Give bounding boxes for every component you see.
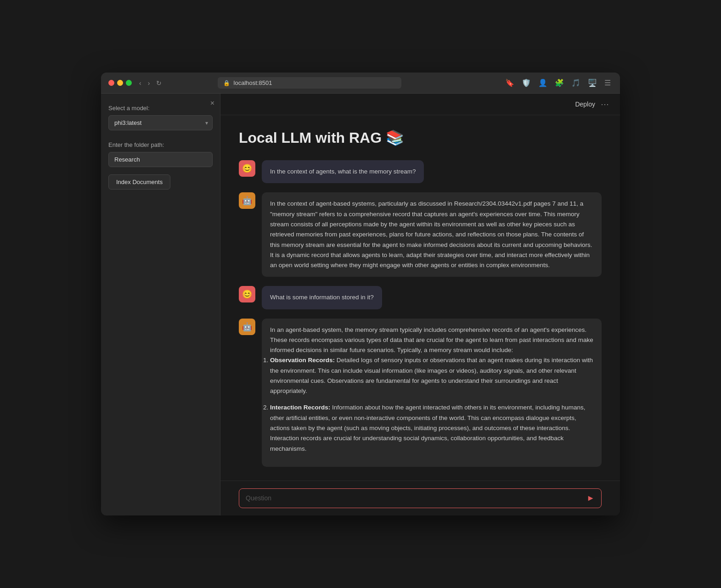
forward-button[interactable]: › — [146, 78, 152, 88]
index-documents-button[interactable]: Index Documents — [108, 174, 170, 190]
folder-path-input[interactable] — [108, 152, 213, 167]
browser-window: ‹ › ↻ 🔒 localhost:8501 🔖 🛡️ 👤 🧩 🎵 🖥️ ☰ ×… — [101, 73, 620, 515]
message-row: 😊 What is some information stored in it? — [239, 286, 602, 309]
user-avatar-icon: 😊 — [242, 163, 252, 174]
send-icon: ► — [586, 493, 595, 503]
message-bubble: In the context of agents, what is the me… — [262, 160, 424, 183]
music-icon[interactable]: 🎵 — [569, 78, 582, 88]
message-row: 🤖 In an agent-based system, the memory s… — [239, 319, 602, 467]
app-content: × Select a model: phi3:latest llama3 mis… — [101, 94, 620, 515]
list-item: Interaction Records: Information about h… — [270, 403, 593, 454]
traffic-light-green[interactable] — [126, 80, 132, 86]
message-text: In the context of agents, what is the me… — [270, 167, 416, 177]
question-input-wrapper: ► — [239, 488, 602, 508]
sidebar: × Select a model: phi3:latest llama3 mis… — [101, 94, 220, 515]
browser-actions: 🔖 🛡️ 👤 🧩 🎵 🖥️ ☰ — [503, 78, 613, 88]
main-content: Deploy ⋯ Local LLM with RAG 📚 😊 In the c… — [220, 94, 620, 515]
message-bubble: In the context of agent-based systems, p… — [262, 192, 602, 277]
bot-avatar-icon-2: 🤖 — [242, 322, 252, 332]
model-select[interactable]: phi3:latest llama3 mistral — [108, 115, 213, 130]
user-avatar-icon-2: 😊 — [242, 289, 252, 299]
message-bubble: What is some information stored in it? — [262, 286, 382, 309]
folder-input-group: Enter the folder path: — [108, 138, 213, 167]
question-input[interactable] — [246, 494, 582, 502]
message-text: In the context of agent-based systems, p… — [270, 199, 593, 270]
chat-area[interactable]: Local LLM with RAG 📚 😊 In the context of… — [220, 115, 620, 481]
message-row: 😊 In the context of agents, what is the … — [239, 160, 602, 183]
input-area: ► — [220, 481, 620, 515]
avatar: 😊 — [239, 160, 255, 177]
browser-chrome: ‹ › ↻ 🔒 localhost:8501 🔖 🛡️ 👤 🧩 🎵 🖥️ ☰ — [101, 73, 620, 94]
avatar: 🤖 — [239, 192, 255, 209]
sidebar-close-button[interactable]: × — [210, 99, 214, 107]
more-options-button[interactable]: ⋯ — [601, 99, 609, 109]
puzzle-icon[interactable]: 🧩 — [553, 78, 566, 88]
avatar: 🤖 — [239, 319, 255, 335]
traffic-light-red[interactable] — [108, 80, 114, 86]
model-select-group: Select a model: phi3:latest llama3 mistr… — [108, 101, 213, 130]
deploy-button[interactable]: Deploy — [575, 101, 595, 108]
bot-avatar-icon: 🤖 — [242, 196, 252, 206]
extension-icon[interactable]: 🛡️ — [520, 78, 533, 88]
chat-title: Local LLM with RAG 📚 — [239, 129, 602, 146]
reload-button[interactable]: ↻ — [154, 78, 163, 88]
avatar: 😊 — [239, 286, 255, 302]
message-bubble: In an agent-based system, the memory str… — [262, 319, 602, 467]
folder-label: Enter the folder path: — [108, 141, 213, 148]
traffic-lights — [108, 80, 132, 86]
message-text: What is some information stored in it? — [270, 292, 374, 302]
menu-icon[interactable]: ☰ — [603, 78, 613, 88]
message-row: 🤖 In the context of agent-based systems,… — [239, 192, 602, 277]
url-display[interactable]: localhost:8501 — [234, 79, 272, 86]
back-button[interactable]: ‹ — [137, 78, 143, 88]
bookmark-icon[interactable]: 🔖 — [503, 78, 516, 88]
message-intro-text: In an agent-based system, the memory str… — [270, 325, 593, 356]
send-button[interactable]: ► — [586, 493, 595, 503]
screen-icon[interactable]: 🖥️ — [586, 78, 599, 88]
address-bar: 🔒 localhost:8501 — [218, 77, 401, 89]
model-select-wrapper: phi3:latest llama3 mistral — [108, 115, 213, 130]
nav-buttons: ‹ › ↻ — [137, 78, 163, 88]
list-item-term: Interaction Records: — [270, 404, 330, 411]
traffic-light-yellow[interactable] — [117, 80, 123, 86]
model-select-label: Select a model: — [108, 105, 213, 112]
message-list: Observation Records: Detailed logs of se… — [270, 355, 593, 454]
list-item-detail: Information about how the agent interact… — [270, 404, 586, 452]
list-item-term: Observation Records: — [270, 357, 335, 364]
profile-icon[interactable]: 👤 — [536, 78, 549, 88]
lock-icon: 🔒 — [223, 80, 230, 86]
top-bar: Deploy ⋯ — [220, 94, 620, 115]
list-item: Observation Records: Detailed logs of se… — [270, 355, 593, 396]
